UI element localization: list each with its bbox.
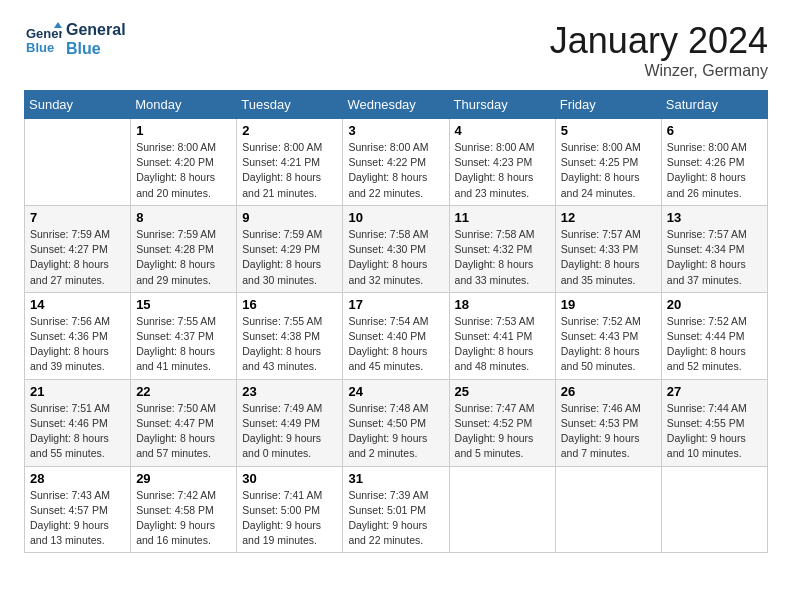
day-info-line: Daylight: 8 hours — [30, 258, 109, 270]
day-cell: 17Sunrise: 7:54 AMSunset: 4:40 PMDayligh… — [343, 292, 449, 379]
day-info-line: Sunset: 4:23 PM — [455, 156, 533, 168]
day-info-line: Daylight: 8 hours — [561, 345, 640, 357]
day-info-line: Sunrise: 7:46 AM — [561, 402, 641, 414]
day-number: 6 — [667, 123, 762, 138]
page-title: January 2024 — [550, 20, 768, 62]
day-number: 3 — [348, 123, 443, 138]
page-subtitle: Winzer, Germany — [550, 62, 768, 80]
day-info-line: Daylight: 8 hours — [30, 345, 109, 357]
day-info-line: and 35 minutes. — [561, 274, 636, 286]
day-info-line: Sunrise: 8:00 AM — [348, 141, 428, 153]
logo-icon: General Blue — [24, 20, 62, 58]
day-info-line: Sunrise: 7:57 AM — [667, 228, 747, 240]
day-info: Sunrise: 7:59 AMSunset: 4:28 PMDaylight:… — [136, 227, 231, 288]
day-number: 14 — [30, 297, 125, 312]
day-info-line: and 5 minutes. — [455, 447, 524, 459]
day-number: 26 — [561, 384, 656, 399]
day-cell: 16Sunrise: 7:55 AMSunset: 4:38 PMDayligh… — [237, 292, 343, 379]
day-info-line: Daylight: 8 hours — [561, 171, 640, 183]
day-info-line: Sunset: 4:22 PM — [348, 156, 426, 168]
day-cell: 4Sunrise: 8:00 AMSunset: 4:23 PMDaylight… — [449, 119, 555, 206]
day-info-line: and 55 minutes. — [30, 447, 105, 459]
day-info-line: Sunset: 4:34 PM — [667, 243, 745, 255]
week-row-3: 14Sunrise: 7:56 AMSunset: 4:36 PMDayligh… — [25, 292, 768, 379]
col-header-thursday: Thursday — [449, 91, 555, 119]
day-cell: 1Sunrise: 8:00 AMSunset: 4:20 PMDaylight… — [131, 119, 237, 206]
day-info-line: Sunset: 4:21 PM — [242, 156, 320, 168]
day-info-line: Daylight: 8 hours — [667, 345, 746, 357]
day-info-line: Sunset: 4:27 PM — [30, 243, 108, 255]
day-cell: 23Sunrise: 7:49 AMSunset: 4:49 PMDayligh… — [237, 379, 343, 466]
day-cell — [661, 466, 767, 553]
week-row-4: 21Sunrise: 7:51 AMSunset: 4:46 PMDayligh… — [25, 379, 768, 466]
day-info-line: Sunset: 4:25 PM — [561, 156, 639, 168]
day-info-line: and 48 minutes. — [455, 360, 530, 372]
calendar-header: SundayMondayTuesdayWednesdayThursdayFrid… — [25, 91, 768, 119]
day-info: Sunrise: 7:50 AMSunset: 4:47 PMDaylight:… — [136, 401, 231, 462]
day-number: 4 — [455, 123, 550, 138]
day-cell: 20Sunrise: 7:52 AMSunset: 4:44 PMDayligh… — [661, 292, 767, 379]
day-info-line: and 33 minutes. — [455, 274, 530, 286]
day-info-line: Sunrise: 7:50 AM — [136, 402, 216, 414]
day-cell: 2Sunrise: 8:00 AMSunset: 4:21 PMDaylight… — [237, 119, 343, 206]
day-info-line: and 22 minutes. — [348, 534, 423, 546]
day-info-line: Sunset: 4:47 PM — [136, 417, 214, 429]
day-info-line: and 52 minutes. — [667, 360, 742, 372]
day-cell: 10Sunrise: 7:58 AMSunset: 4:30 PMDayligh… — [343, 205, 449, 292]
day-info-line: Sunset: 4:44 PM — [667, 330, 745, 342]
day-cell: 12Sunrise: 7:57 AMSunset: 4:33 PMDayligh… — [555, 205, 661, 292]
day-cell: 26Sunrise: 7:46 AMSunset: 4:53 PMDayligh… — [555, 379, 661, 466]
day-info-line: Sunrise: 7:39 AM — [348, 489, 428, 501]
day-info-line: Daylight: 9 hours — [30, 519, 109, 531]
day-info-line: Sunrise: 7:55 AM — [136, 315, 216, 327]
day-info-line: Sunrise: 7:59 AM — [30, 228, 110, 240]
col-header-saturday: Saturday — [661, 91, 767, 119]
day-info-line: and 37 minutes. — [667, 274, 742, 286]
day-cell: 9Sunrise: 7:59 AMSunset: 4:29 PMDaylight… — [237, 205, 343, 292]
title-area: January 2024 Winzer, Germany — [550, 20, 768, 80]
day-info-line: and 43 minutes. — [242, 360, 317, 372]
day-info-line: Sunrise: 7:58 AM — [455, 228, 535, 240]
day-info-line: Sunrise: 7:52 AM — [561, 315, 641, 327]
logo: General Blue General Blue — [24, 20, 126, 58]
day-info-line: Sunset: 4:37 PM — [136, 330, 214, 342]
day-info-line: Daylight: 9 hours — [242, 432, 321, 444]
day-info-line: Sunset: 5:01 PM — [348, 504, 426, 516]
day-cell: 18Sunrise: 7:53 AMSunset: 4:41 PMDayligh… — [449, 292, 555, 379]
day-info-line: and 7 minutes. — [561, 447, 630, 459]
day-info-line: Sunset: 4:28 PM — [136, 243, 214, 255]
day-info: Sunrise: 8:00 AMSunset: 4:26 PMDaylight:… — [667, 140, 762, 201]
day-number: 31 — [348, 471, 443, 486]
day-number: 13 — [667, 210, 762, 225]
day-info-line: Sunrise: 7:49 AM — [242, 402, 322, 414]
day-number: 12 — [561, 210, 656, 225]
day-info-line: and 57 minutes. — [136, 447, 211, 459]
day-cell: 24Sunrise: 7:48 AMSunset: 4:50 PMDayligh… — [343, 379, 449, 466]
day-cell: 7Sunrise: 7:59 AMSunset: 4:27 PMDaylight… — [25, 205, 131, 292]
col-header-wednesday: Wednesday — [343, 91, 449, 119]
week-row-5: 28Sunrise: 7:43 AMSunset: 4:57 PMDayligh… — [25, 466, 768, 553]
day-info-line: Daylight: 8 hours — [136, 171, 215, 183]
col-header-friday: Friday — [555, 91, 661, 119]
day-info-line: Sunset: 4:43 PM — [561, 330, 639, 342]
day-info-line: and 50 minutes. — [561, 360, 636, 372]
day-info: Sunrise: 7:58 AMSunset: 4:30 PMDaylight:… — [348, 227, 443, 288]
day-cell: 14Sunrise: 7:56 AMSunset: 4:36 PMDayligh… — [25, 292, 131, 379]
col-header-tuesday: Tuesday — [237, 91, 343, 119]
col-header-sunday: Sunday — [25, 91, 131, 119]
day-info-line: Sunset: 4:40 PM — [348, 330, 426, 342]
day-cell: 22Sunrise: 7:50 AMSunset: 4:47 PMDayligh… — [131, 379, 237, 466]
logo-blue: Blue — [66, 39, 126, 58]
day-info-line: Sunset: 4:29 PM — [242, 243, 320, 255]
day-info: Sunrise: 8:00 AMSunset: 4:20 PMDaylight:… — [136, 140, 231, 201]
day-info-line: and 45 minutes. — [348, 360, 423, 372]
day-info: Sunrise: 7:52 AMSunset: 4:44 PMDaylight:… — [667, 314, 762, 375]
day-number: 28 — [30, 471, 125, 486]
day-info: Sunrise: 7:39 AMSunset: 5:01 PMDaylight:… — [348, 488, 443, 549]
day-info-line: Sunrise: 7:48 AM — [348, 402, 428, 414]
day-info-line: Sunset: 4:52 PM — [455, 417, 533, 429]
day-info: Sunrise: 7:42 AMSunset: 4:58 PMDaylight:… — [136, 488, 231, 549]
day-number: 11 — [455, 210, 550, 225]
day-info-line: Daylight: 8 hours — [136, 432, 215, 444]
day-info-line: Sunset: 4:30 PM — [348, 243, 426, 255]
